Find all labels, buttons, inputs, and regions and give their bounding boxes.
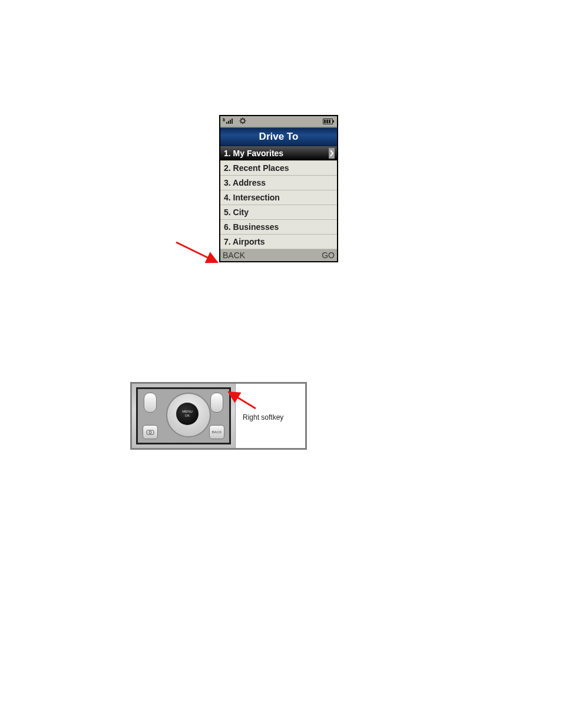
keypad-figure: MENU OK BACK Right softkey (130, 382, 307, 450)
svg-point-21 (149, 431, 151, 434)
svg-rect-18 (329, 148, 335, 159)
menu-item-my-favorites[interactable]: 1. My Favorites (220, 146, 337, 161)
svg-line-11 (244, 118, 245, 119)
menu-item-label: 2. Recent Places (224, 163, 289, 173)
menu-item-intersection[interactable]: 4. Intersection (220, 190, 337, 205)
back-key[interactable]: BACK (209, 425, 224, 439)
menu-item-label: 6. Businesses (224, 222, 279, 232)
svg-line-12 (240, 123, 241, 123)
svg-rect-3 (232, 118, 233, 124)
softkey-right[interactable]: GO (322, 251, 335, 260)
softkey-bar: BACK GO (220, 249, 337, 261)
signal-icon (223, 116, 236, 127)
left-softkey-button[interactable] (144, 393, 157, 413)
drive-to-menu: 1. My Favorites 2. Recent Places 3. Addr… (220, 146, 337, 249)
dpad-center-button[interactable]: MENU OK (176, 403, 199, 425)
right-softkey-button[interactable] (210, 393, 223, 413)
menu-item-label: 4. Intersection (224, 193, 280, 202)
gear-icon (239, 116, 246, 127)
svg-rect-16 (326, 120, 328, 123)
menu-item-label: 1. My Favorites (224, 149, 283, 158)
svg-rect-17 (329, 120, 330, 123)
menu-item-businesses[interactable]: 6. Businesses (220, 220, 337, 235)
menu-item-recent-places[interactable]: 2. Recent Places (220, 161, 337, 176)
menu-item-city[interactable]: 5. City (220, 205, 337, 220)
softkey-left[interactable]: BACK (223, 251, 245, 260)
menu-item-label: 3. Address (224, 178, 266, 187)
svg-rect-0 (226, 122, 227, 124)
battery-icon (323, 116, 335, 127)
svg-rect-14 (333, 120, 334, 123)
svg-rect-15 (324, 120, 326, 123)
chevron-right-icon (329, 148, 335, 160)
phone-screen: Drive To 1. My Favorites 2. Recent Place… (219, 115, 338, 262)
status-bar (220, 116, 337, 127)
svg-line-19 (176, 242, 217, 262)
keypad-caption: Right softkey (243, 413, 283, 421)
menu-item-label: 5. City (224, 207, 249, 217)
menu-item-address[interactable]: 3. Address (220, 176, 337, 190)
svg-rect-1 (228, 121, 229, 124)
svg-line-9 (240, 118, 241, 119)
menu-item-label: 7. Airports (224, 237, 265, 246)
svg-point-4 (241, 119, 244, 123)
phone-keypad: MENU OK BACK (132, 384, 236, 448)
camera-icon (146, 429, 154, 435)
camera-key[interactable] (143, 425, 158, 439)
svg-rect-2 (230, 120, 231, 124)
menu-item-airports[interactable]: 7. Airports (220, 235, 337, 249)
svg-line-10 (244, 123, 245, 123)
screen-title: Drive To (220, 127, 337, 146)
